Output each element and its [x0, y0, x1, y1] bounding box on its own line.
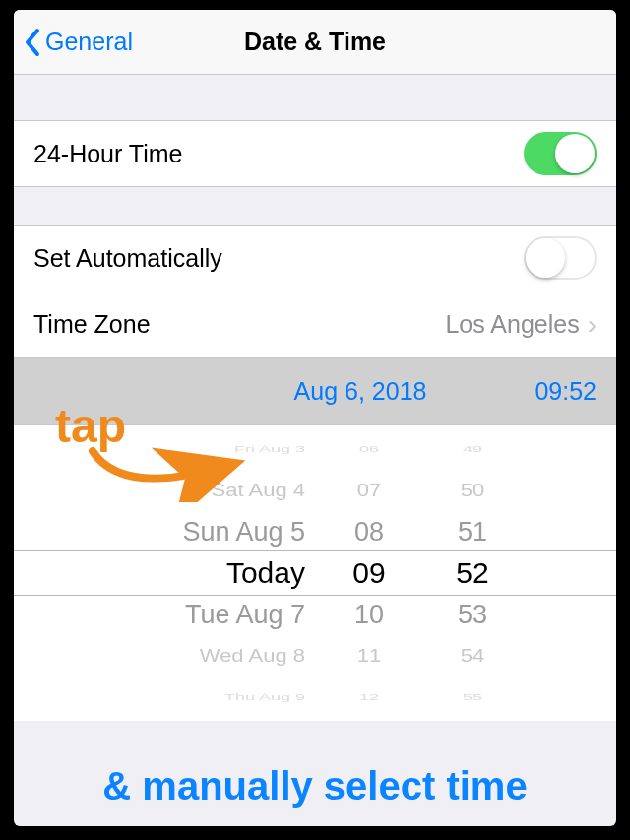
row-label: 24-Hour Time [33, 140, 182, 168]
picker-column-minute[interactable]: 49 50 51 52 53 54 55 [413, 425, 532, 721]
row-label: Set Automatically [33, 244, 222, 273]
section-gap [14, 187, 616, 225]
toggle-knob [555, 134, 595, 173]
nav-bar: General Date & Time [14, 10, 616, 75]
settings-screen: General Date & Time 24-Hour Time Set Aut… [14, 10, 616, 826]
annotation-bottom-text: & manually select time [14, 764, 616, 808]
picker-item[interactable]: 12 [359, 685, 379, 708]
picker-item[interactable]: 07 [357, 474, 381, 507]
picker-item[interactable]: 11 [357, 639, 381, 673]
annotation-arrow-icon [83, 443, 250, 502]
section-gap [14, 75, 616, 120]
picker-item[interactable]: Thu Aug 9 [224, 685, 305, 708]
row-set-automatically[interactable]: Set Automatically [14, 225, 616, 291]
back-label: General [45, 28, 133, 56]
toggle-knob [526, 238, 565, 278]
toggle-set-auto[interactable] [524, 236, 597, 280]
row-24hour-time[interactable]: 24-Hour Time [14, 120, 616, 187]
picker-item[interactable]: 53 [458, 594, 487, 635]
picker-item[interactable]: 49 [463, 437, 482, 460]
picker-item[interactable]: 54 [461, 639, 484, 673]
picker-item[interactable]: Sun Aug 5 [182, 511, 305, 552]
picker-item[interactable]: 08 [354, 511, 384, 552]
time-zone-value: Los Angeles [445, 310, 579, 339]
chevron-right-icon: › [588, 311, 597, 339]
row-label: Time Zone [33, 310, 151, 339]
picker-item[interactable]: Wed Aug 8 [200, 639, 305, 673]
picker-item[interactable]: 06 [359, 437, 379, 460]
toggle-24hour[interactable] [524, 132, 597, 175]
current-date: Aug 6, 2018 [294, 377, 427, 406]
current-time: 09:52 [535, 377, 597, 406]
picker-item-selected[interactable]: 52 [456, 552, 488, 594]
picker-item-selected[interactable]: 09 [352, 552, 385, 594]
picker-item-selected[interactable]: Today [226, 552, 305, 594]
picker-item[interactable]: Tue Aug 7 [185, 594, 305, 635]
row-time-zone[interactable]: Time Zone Los Angeles › [14, 291, 616, 358]
back-button[interactable]: General [14, 28, 133, 57]
picker-item[interactable]: 55 [463, 685, 482, 708]
picker-column-hour[interactable]: 06 07 08 09 10 11 12 [325, 425, 413, 721]
picker-item[interactable]: 51 [458, 511, 487, 552]
chevron-left-icon [24, 28, 41, 57]
picker-item[interactable]: 50 [461, 474, 484, 507]
picker-item[interactable]: 10 [354, 594, 384, 635]
